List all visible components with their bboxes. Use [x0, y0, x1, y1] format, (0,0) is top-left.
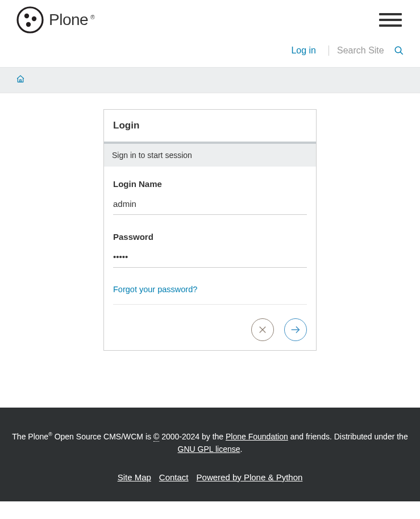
close-icon: [257, 325, 268, 335]
login-card-subtitle: Sign in to start session: [104, 144, 316, 167]
svg-rect-6: [20, 80, 22, 82]
svg-point-0: [18, 7, 43, 32]
arrow-right-icon: [289, 323, 302, 336]
search-icon[interactable]: [394, 45, 404, 56]
footer-powered-link[interactable]: Powered by Plone & Python: [197, 471, 303, 484]
login-card: Login Sign in to start session Login Nam…: [103, 109, 317, 351]
footer-links: Site Map Contact Powered by Plone & Pyth…: [11, 471, 409, 484]
submit-button[interactable]: [284, 318, 307, 341]
forgot-password-link[interactable]: Forgot your password?: [113, 285, 307, 305]
svg-point-4: [395, 47, 401, 53]
footer: The Plone® Open Source CMS/WCM is © 2000…: [0, 408, 420, 501]
header: Plone ®: [0, 0, 420, 34]
login-name-label: Login Name: [113, 179, 307, 189]
breadcrumb: [0, 67, 420, 93]
brand-reg-mark: ®: [90, 14, 94, 20]
svg-line-5: [400, 52, 403, 55]
login-card-title: Login: [104, 110, 316, 144]
login-name-input[interactable]: [113, 197, 307, 215]
tools-row: Log in: [0, 34, 420, 67]
footer-contact-link[interactable]: Contact: [159, 471, 189, 484]
home-icon[interactable]: [16, 74, 25, 84]
footer-foundation-link[interactable]: Plone Foundation: [226, 432, 288, 441]
login-card-body: Login Name Password Forgot your password…: [104, 167, 316, 309]
password-label: Password: [113, 232, 307, 242]
hamburger-menu-button[interactable]: [377, 11, 404, 29]
svg-point-3: [26, 22, 31, 27]
footer-license-link[interactable]: GNU GPL license: [178, 445, 240, 454]
footer-mid3: and friends. Distributed under the: [288, 432, 408, 441]
plone-logo-icon: [16, 6, 44, 34]
password-input[interactable]: [113, 250, 307, 268]
footer-sitemap-link[interactable]: Site Map: [118, 471, 151, 484]
footer-text: The Plone® Open Source CMS/WCM is © 2000…: [11, 430, 409, 456]
search-wrap: [328, 45, 404, 56]
main: Login Sign in to start session Login Nam…: [0, 93, 420, 408]
footer-mid2: 2000-2024 by the: [159, 432, 226, 441]
footer-reg: ®: [48, 431, 52, 437]
brand-logo[interactable]: Plone ®: [16, 6, 95, 34]
svg-point-1: [24, 14, 29, 18]
brand-name: Plone: [49, 11, 88, 29]
login-link[interactable]: Log in: [291, 45, 328, 56]
footer-dot: .: [240, 445, 243, 454]
svg-point-2: [32, 16, 36, 21]
login-card-actions: [104, 309, 316, 350]
footer-copyright: ©: [153, 432, 159, 442]
footer-mid1: Open Source CMS/WCM is: [52, 432, 153, 441]
cancel-button[interactable]: [251, 318, 274, 341]
footer-pre: The Plone: [12, 432, 48, 441]
search-input[interactable]: [337, 45, 394, 56]
